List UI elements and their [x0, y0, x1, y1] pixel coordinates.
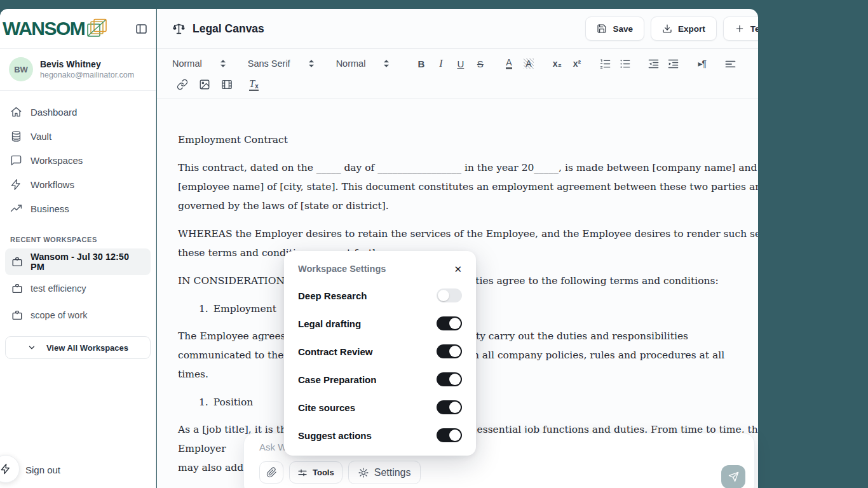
save-icon — [597, 24, 607, 34]
scales-icon — [172, 22, 186, 36]
sidebar-item-label: Workspaces — [31, 155, 83, 166]
suggest-actions-toggle[interactable] — [437, 428, 462, 442]
image-button[interactable] — [196, 77, 213, 92]
sidebar-item-label: Vault — [31, 131, 51, 142]
template-button[interactable]: Template — [723, 17, 758, 41]
strikethrough-button[interactable]: S — [471, 56, 489, 71]
sidebar-item-label: Business — [31, 203, 69, 214]
cite-sources-toggle[interactable] — [437, 400, 462, 414]
avatar: BW — [9, 57, 33, 81]
case-preparation-toggle[interactable] — [437, 372, 462, 386]
sidebar: WANSOM BW Bevis Whitney hegonako@mailina… — [0, 9, 156, 488]
sidebar-item-business[interactable]: Business — [0, 196, 156, 220]
text-direction-button[interactable]: ▸¶ — [693, 56, 710, 71]
trending-up-icon — [10, 203, 22, 215]
paperclip-icon — [266, 467, 277, 478]
deep-research-toggle[interactable] — [437, 288, 462, 302]
bold-button[interactable]: B — [412, 56, 430, 71]
export-button[interactable]: Export — [651, 17, 717, 41]
sliders-icon — [297, 468, 308, 478]
modal-title: Workspace Settings — [298, 264, 386, 274]
document-list-item: 1.Position — [199, 393, 758, 412]
settings-button[interactable]: Settings — [348, 461, 421, 484]
chat-bubble-icon — [10, 154, 22, 166]
home-icon — [10, 106, 22, 118]
sidebar-item-label: Dashboard — [31, 107, 77, 118]
heading-style-dropdown[interactable]: Normal — [172, 58, 226, 69]
logo-layers-icon — [86, 18, 109, 39]
workspace-item-label: Wansom - Jul 30 12:50 PM — [31, 252, 144, 272]
ordered-list-button[interactable] — [597, 56, 614, 71]
workspace-item-wansom[interactable]: Wansom - Jul 30 12:50 PM — [5, 248, 151, 275]
toggle-row-legal-drafting: Legal drafting — [298, 309, 462, 337]
send-plane-icon — [728, 471, 739, 482]
logo-row: WANSOM — [0, 9, 156, 49]
view-all-workspaces-button[interactable]: View All Workspaces — [5, 336, 151, 359]
workspace-settings-modal: Workspace Settings ✕ Deep Research Legal… — [284, 251, 476, 456]
updown-caret-icon — [383, 59, 390, 68]
sidebar-item-dashboard[interactable]: Dashboard — [0, 100, 156, 124]
sidebar-item-workspaces[interactable]: Workspaces — [0, 148, 156, 172]
chevron-down-icon — [27, 343, 36, 352]
user-email: hegonako@mailinator.com — [40, 71, 134, 79]
workspace-item-scope-of-work[interactable]: scope of work — [5, 302, 151, 329]
plus-icon — [735, 24, 745, 34]
sidebar-item-vault[interactable]: Vault — [0, 124, 156, 148]
user-name: Bevis Whitney — [40, 59, 134, 69]
outdent-button[interactable] — [645, 56, 662, 71]
sidebar-footer: Sign out — [0, 449, 156, 488]
download-icon — [662, 24, 672, 34]
contract-review-toggle[interactable] — [437, 344, 462, 358]
zap-icon — [0, 463, 11, 475]
canvas-header: Legal Canvas Save Export — [157, 9, 758, 49]
sidebar-collapse-icon[interactable] — [135, 22, 148, 36]
video-button[interactable] — [218, 77, 235, 92]
underline-button[interactable]: U — [452, 56, 469, 71]
workspace-item-test-efficiency[interactable]: test efficiency — [5, 275, 151, 302]
briefcase-icon — [11, 256, 23, 268]
app-logo: WANSOM — [3, 19, 85, 38]
text-color-button[interactable]: A — [500, 56, 517, 71]
save-button[interactable]: Save — [585, 17, 644, 41]
send-button[interactable] — [721, 465, 745, 488]
recent-workspaces-heading: RECENT WORKSPACES — [10, 236, 146, 243]
bullet-list-button[interactable] — [616, 56, 634, 71]
help-bubble-button[interactable] — [0, 455, 20, 483]
updown-caret-icon — [220, 59, 226, 68]
toggle-row-contract-review: Contract Review — [298, 337, 462, 365]
updown-caret-icon — [308, 59, 315, 68]
font-family-dropdown[interactable]: Sans Serif — [248, 58, 315, 69]
zap-icon — [10, 179, 22, 191]
briefcase-icon — [11, 309, 23, 321]
gear-icon — [358, 467, 369, 478]
highlight-color-button[interactable]: A — [520, 56, 537, 71]
document-paragraph: This contract, dated on the _____ day of… — [178, 158, 758, 215]
indent-button[interactable] — [665, 56, 682, 71]
link-button[interactable] — [173, 77, 191, 92]
subscript-button[interactable]: x₂ — [548, 56, 566, 71]
database-icon — [10, 130, 22, 142]
sign-out-link[interactable]: Sign out — [25, 464, 60, 475]
briefcase-icon — [11, 283, 23, 294]
clear-formatting-button[interactable]: Tx — [245, 77, 262, 92]
document-title: Employment Contract — [178, 130, 758, 149]
superscript-button[interactable]: x² — [568, 56, 585, 71]
workspace-item-label: test efficiency — [31, 283, 86, 294]
toggle-row-suggest-actions: Suggest actions — [298, 421, 462, 449]
close-icon[interactable]: ✕ — [454, 264, 462, 274]
user-profile[interactable]: BW Bevis Whitney hegonako@mailinator.com — [0, 49, 156, 91]
document-list-item: 1.Employment — [199, 299, 758, 318]
toggle-row-deep-research: Deep Research — [298, 281, 462, 309]
sidebar-item-label: Workflows — [31, 179, 74, 190]
sidebar-item-workflows[interactable]: Workflows — [0, 172, 156, 196]
tools-button[interactable]: Tools — [289, 461, 342, 484]
legal-drafting-toggle[interactable] — [437, 316, 462, 330]
page-title: Legal Canvas — [193, 22, 264, 36]
italic-button[interactable]: I — [432, 56, 449, 71]
workspace-item-label: scope of work — [31, 310, 87, 320]
align-button[interactable] — [722, 56, 739, 71]
attach-button[interactable] — [259, 461, 283, 484]
font-size-dropdown[interactable]: Normal — [336, 58, 390, 69]
toggle-row-case-preparation: Case Preparation — [298, 365, 462, 393]
toggle-row-cite-sources: Cite sources — [298, 393, 462, 421]
